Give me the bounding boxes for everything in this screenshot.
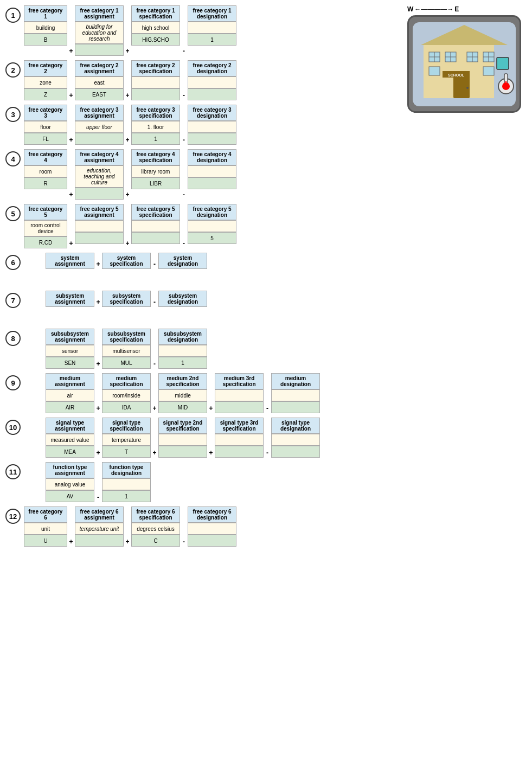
col-sig-assign: signal type assignment measured value ME… xyxy=(46,418,94,458)
fc2-assign-header: free category 2 assignment xyxy=(75,60,124,76)
fc4-header: free category 4 xyxy=(24,149,67,165)
section-2-number: 2 xyxy=(5,62,21,78)
sys-desig-header: system designation xyxy=(158,253,207,269)
sub-assign-header: subsystem assignment xyxy=(46,291,94,307)
col-sys-desig: system designation xyxy=(158,253,207,269)
med-assign-header: medium assignment xyxy=(46,373,94,389)
fc3-spec-value: 1. floor xyxy=(131,121,180,133)
col-func-assign: function type assignment analog value AV xyxy=(46,462,94,502)
col-fc3-desig: free category 3 designation xyxy=(188,105,236,145)
fc5-spec-value xyxy=(131,220,180,232)
sig-spec-value: temperature xyxy=(102,434,151,446)
fc1-value: building xyxy=(24,22,67,34)
fc3-desig-header: free category 3 designation xyxy=(188,105,236,121)
op-5-3: - xyxy=(180,240,188,247)
fc3-spec-header: free category 3 specification xyxy=(131,105,180,121)
op-3-2: + xyxy=(124,136,131,144)
med-desig-code xyxy=(271,401,320,413)
svg-text:SCHOOL: SCHOOL xyxy=(448,73,465,77)
col-fc3: free category 3 floor FL xyxy=(24,105,67,145)
section-10-content: signal type assignment measured value ME… xyxy=(46,418,320,458)
fc6-desig-code xyxy=(188,535,236,547)
col-sub-assign: subsystem assignment xyxy=(46,291,94,307)
fc5-desig-value xyxy=(188,220,236,232)
sig-spec2-value xyxy=(158,434,207,446)
fc4-desig-code xyxy=(188,177,236,189)
left-panel: 1 free category 1 building B + free cate… xyxy=(5,5,402,551)
subsub-spec-value: multisensor xyxy=(102,345,151,357)
section-2: 2 free category 2 zone Z + free category… xyxy=(5,60,402,100)
section-12-number: 12 xyxy=(5,509,21,524)
col-fc2-assign: free category 2 assignment east EAST xyxy=(75,60,124,100)
fc5-code: R.CD xyxy=(24,236,67,248)
sub-desig-header: subsystem designation xyxy=(158,291,207,307)
sys-spec-header: system specification xyxy=(102,253,151,269)
col-med-spec: medium specification room/inside IDA xyxy=(102,373,151,413)
col-fc4-assign: free category 4 assignment education, te… xyxy=(75,149,124,200)
col-sig-spec3: signal type 3rd specification xyxy=(215,418,264,458)
fc6-code: U xyxy=(24,535,67,547)
fc2-spec-header: free category 2 specification xyxy=(131,60,180,76)
col-med-assign: medium assignment air AIR xyxy=(46,373,94,413)
fc1-desig-code: 1 xyxy=(188,34,236,46)
fc2-desig-code xyxy=(188,88,236,100)
sig-desig-header: signal type designation xyxy=(271,418,320,434)
fc2-assign-value: east xyxy=(75,76,124,88)
col-fc2-spec: free category 2 specification xyxy=(131,60,180,100)
col-fc1-desig: free category 1 designation 1 xyxy=(188,5,236,46)
fc2-code: Z xyxy=(24,88,67,100)
right-panel: W ←————→ E xyxy=(407,5,527,551)
col-fc1-assign: free category 1 assignment building for … xyxy=(75,5,124,56)
col-fc6-assign: free category 6 assignment temperature u… xyxy=(75,506,124,547)
fc3-header: free category 3 xyxy=(24,105,67,121)
sig-spec2-code xyxy=(158,446,207,458)
section-12-content: free category 6 unit U + free category 6… xyxy=(24,506,236,547)
subsub-assign-code: SEN xyxy=(46,357,94,369)
fc4-assign-value: education, teaching and culture xyxy=(75,165,124,188)
op-2-3: - xyxy=(180,92,188,99)
compass-arrow: ←————→ xyxy=(414,5,453,13)
fc1-assign-value: building for education and research xyxy=(75,22,124,44)
fc4-assign-header: free category 4 assignment xyxy=(75,149,124,165)
op-9-2: + xyxy=(151,405,158,412)
op-5-2: + xyxy=(124,240,131,247)
section-1-number: 1 xyxy=(5,8,21,23)
svg-rect-17 xyxy=(429,67,440,75)
section-11-content: function type assignment analog value AV… xyxy=(46,462,151,502)
sub-spec-header: subsystem specification xyxy=(102,291,151,307)
fc1-spec-value: high school xyxy=(131,22,180,34)
col-fc4-desig: free category 4 designation xyxy=(188,149,236,189)
subsub-assign-header: subsubsystem assignment xyxy=(46,329,94,345)
sig-spec-code: T xyxy=(102,446,151,458)
fc1-assign-header: free category 1 assignment xyxy=(75,5,124,22)
op1: + xyxy=(67,47,75,55)
col-fc4-spec: free category 4 specification library ro… xyxy=(131,149,180,189)
section-2-content: free category 2 zone Z + free category 2… xyxy=(24,60,236,100)
col-fc2-desig: free category 2 designation xyxy=(188,60,236,100)
fc3-assign-code xyxy=(75,133,124,145)
col-sig-desig: signal type designation xyxy=(271,418,320,458)
op-10-2: + xyxy=(151,449,158,457)
section-10: 10 signal type assignment measured value… xyxy=(5,418,402,458)
section-11-number: 11 xyxy=(5,464,21,479)
func-assign-code: AV xyxy=(46,490,94,502)
fc1-assign-code xyxy=(75,44,124,56)
op-6-2: - xyxy=(151,260,158,268)
section-1: 1 free category 1 building B + free cate… xyxy=(5,5,402,56)
op-4-3: - xyxy=(180,191,188,198)
section-8-content: subsubsystem assignment sensor SEN + sub… xyxy=(46,329,207,369)
section-5-number: 5 xyxy=(5,206,21,221)
fc4-desig-header: free category 4 designation xyxy=(188,149,236,165)
op-4-1: + xyxy=(67,191,75,198)
sig-assign-code: MEA xyxy=(46,446,94,458)
section-3-content: free category 3 floor FL + free category… xyxy=(24,105,236,145)
col-fc5-assign: free category 5 assignment xyxy=(75,204,124,244)
col-fc1-spec: free category 1 specification high schoo… xyxy=(131,5,180,46)
col-sig-spec2: signal type 2nd specification xyxy=(158,418,207,458)
section-12: 12 free category 6 unit U + free categor… xyxy=(5,506,402,547)
med-spec3-header: medium 3rd specification xyxy=(215,373,264,389)
svg-rect-21 xyxy=(497,57,509,69)
fc5-spec-code xyxy=(131,232,180,244)
col-func-desig: function type designation 1 xyxy=(102,462,151,502)
func-desig-value xyxy=(102,478,151,490)
